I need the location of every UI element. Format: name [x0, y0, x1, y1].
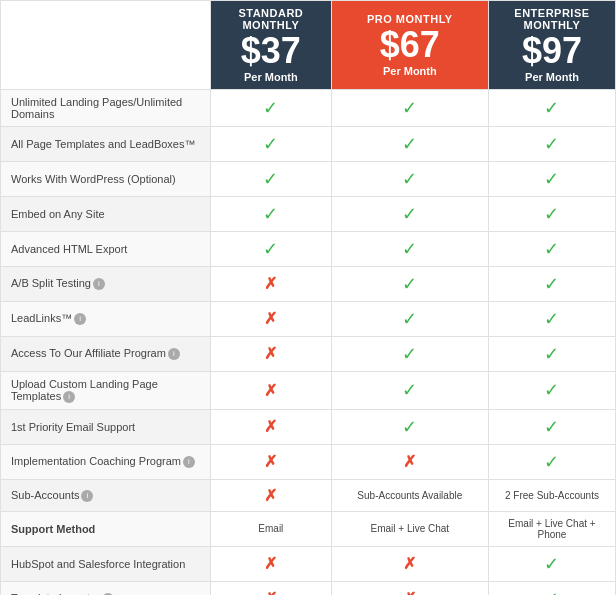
cross-icon: ✗ [264, 382, 277, 399]
feature-value-standard: ✓ [211, 161, 332, 196]
feature-label: A/B Split Testingi [1, 266, 211, 301]
cross-icon: ✗ [264, 555, 277, 572]
feature-value-enterprise: ✓ [488, 196, 615, 231]
table-row: Support MethodEmailEmail + Live ChatEmai… [1, 511, 616, 546]
cross-icon: ✗ [264, 345, 277, 362]
table-row: Works With WordPress (Optional)✓✓✓ [1, 161, 616, 196]
check-icon: ✓ [402, 169, 417, 189]
check-icon: ✓ [263, 98, 278, 118]
check-icon: ✓ [544, 169, 559, 189]
feature-value-pro: ✓ [331, 89, 488, 126]
plan-price-standard: $37 [215, 31, 327, 71]
feature-value-standard: ✗ [211, 479, 332, 511]
feature-label: Template Importeri [1, 581, 211, 595]
info-icon[interactable]: i [93, 278, 105, 290]
feature-value-pro: ✓ [331, 371, 488, 409]
plan-period-pro: Per Month [336, 65, 484, 77]
feature-value-standard: ✓ [211, 89, 332, 126]
plan-header-enterprise: ENTERPRISE MONTHLY $97 Per Month [488, 1, 615, 90]
feature-value-enterprise: ✓ [488, 581, 615, 595]
cross-icon: ✗ [403, 555, 416, 572]
feature-value-standard: ✗ [211, 336, 332, 371]
info-icon[interactable]: i [81, 490, 93, 502]
check-icon: ✓ [402, 344, 417, 364]
feature-value-enterprise: ✓ [488, 371, 615, 409]
feature-value-pro: ✓ [331, 409, 488, 444]
feature-label: LeadLinks™i [1, 301, 211, 336]
info-icon[interactable]: i [63, 391, 75, 403]
check-icon: ✓ [544, 554, 559, 574]
feature-value-enterprise: ✓ [488, 409, 615, 444]
plan-price-pro: $67 [336, 25, 484, 65]
table-row: Template Importeri✗✗✓ [1, 581, 616, 595]
feature-value-enterprise: ✓ [488, 89, 615, 126]
cross-icon: ✗ [403, 453, 416, 470]
table-row: All Page Templates and LeadBoxes™✓✓✓ [1, 126, 616, 161]
feature-value-standard: ✓ [211, 126, 332, 161]
feature-value-pro: ✓ [331, 301, 488, 336]
feature-label: Works With WordPress (Optional) [1, 161, 211, 196]
plan-header-standard: STANDARD MONTHLY $37 Per Month [211, 1, 332, 90]
table-row: Access To Our Affiliate Programi✗✓✓ [1, 336, 616, 371]
check-icon: ✓ [402, 134, 417, 154]
feature-value-pro: ✓ [331, 196, 488, 231]
check-icon: ✓ [544, 452, 559, 472]
info-icon[interactable]: i [183, 456, 195, 468]
table-row: Sub-Accountsi✗Sub-Accounts Available2 Fr… [1, 479, 616, 511]
check-icon: ✓ [402, 417, 417, 437]
cross-icon: ✗ [264, 275, 277, 292]
feature-value-pro: ✗ [331, 581, 488, 595]
feature-label: Implementation Coaching Programi [1, 444, 211, 479]
check-icon: ✓ [544, 380, 559, 400]
check-icon: ✓ [544, 274, 559, 294]
cross-icon: ✗ [264, 418, 277, 435]
feature-value-pro: Email + Live Chat [331, 511, 488, 546]
check-icon: ✓ [263, 134, 278, 154]
plan-period-enterprise: Per Month [493, 71, 611, 83]
plan-header-pro: PRO MONTHLY $67 Per Month [331, 1, 488, 90]
feature-value-standard: Email [211, 511, 332, 546]
plan-name-enterprise: ENTERPRISE MONTHLY [493, 7, 611, 31]
check-icon: ✓ [544, 344, 559, 364]
check-icon: ✓ [402, 274, 417, 294]
plan-period-standard: Per Month [215, 71, 327, 83]
plan-name-standard: STANDARD MONTHLY [215, 7, 327, 31]
feature-value-standard: ✗ [211, 371, 332, 409]
feature-label: Advanced HTML Export [1, 231, 211, 266]
feature-value-enterprise: 2 Free Sub-Accounts [488, 479, 615, 511]
feature-value-pro: ✓ [331, 231, 488, 266]
feature-label: Upload Custom Landing Page Templatesi [1, 371, 211, 409]
check-icon: ✓ [402, 380, 417, 400]
feature-label: Sub-Accountsi [1, 479, 211, 511]
cross-icon: ✗ [264, 453, 277, 470]
check-icon: ✓ [544, 134, 559, 154]
check-icon: ✓ [544, 417, 559, 437]
feature-value-standard: ✗ [211, 301, 332, 336]
check-icon: ✓ [544, 589, 559, 595]
check-icon: ✓ [263, 239, 278, 259]
feature-value-enterprise: ✓ [488, 301, 615, 336]
check-icon: ✓ [402, 309, 417, 329]
feature-value-pro: ✓ [331, 161, 488, 196]
feature-value-enterprise: ✓ [488, 336, 615, 371]
info-icon[interactable]: i [74, 313, 86, 325]
feature-value-pro: ✓ [331, 266, 488, 301]
check-icon: ✓ [263, 204, 278, 224]
feature-value-standard: ✗ [211, 444, 332, 479]
feature-value-enterprise: Email + Live Chat + Phone [488, 511, 615, 546]
info-icon[interactable]: i [168, 348, 180, 360]
cross-icon: ✗ [264, 310, 277, 327]
feature-label: Embed on Any Site [1, 196, 211, 231]
cross-icon: ✗ [403, 590, 416, 595]
feature-value-standard: ✓ [211, 196, 332, 231]
feature-value-enterprise: ✓ [488, 444, 615, 479]
feature-value-pro: ✗ [331, 546, 488, 581]
feature-value-enterprise: ✓ [488, 546, 615, 581]
feature-value-standard: ✗ [211, 581, 332, 595]
plan-price-enterprise: $97 [493, 31, 611, 71]
feature-value-standard: ✓ [211, 231, 332, 266]
check-icon: ✓ [263, 169, 278, 189]
feature-value-enterprise: ✓ [488, 161, 615, 196]
feature-label: 1st Priority Email Support [1, 409, 211, 444]
feature-label: Access To Our Affiliate Programi [1, 336, 211, 371]
